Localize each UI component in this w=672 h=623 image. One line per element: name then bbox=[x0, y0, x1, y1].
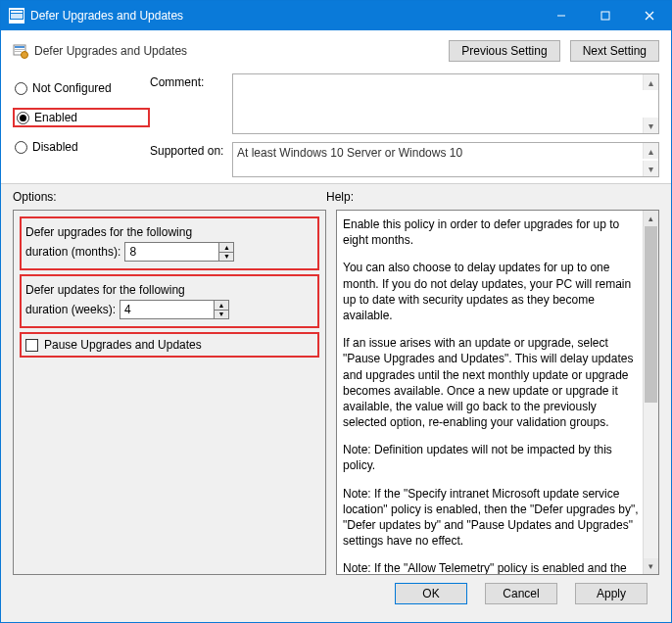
spinner-up-icon[interactable]: ▲ bbox=[219, 243, 233, 253]
scrollbar-thumb[interactable] bbox=[645, 226, 657, 403]
panes: Defer upgrades for the following duratio… bbox=[13, 210, 659, 575]
options-pane: Defer upgrades for the following duratio… bbox=[13, 210, 326, 575]
radio-not-configured[interactable]: Not Configured bbox=[13, 78, 150, 98]
radio-icon bbox=[15, 82, 27, 95]
defer-upgrades-spinner[interactable]: ▲ ▼ bbox=[124, 242, 234, 262]
scroll-down-icon[interactable]: ▾ bbox=[643, 118, 658, 133]
dialog-window: Defer Upgrades and Updates Defer Upgrade… bbox=[0, 0, 672, 623]
svg-rect-2 bbox=[11, 14, 23, 19]
supported-on-textarea: At least Windows 10 Server or Windows 10… bbox=[232, 142, 659, 177]
radio-label: Disabled bbox=[32, 140, 78, 154]
window-controls bbox=[539, 1, 671, 30]
policy-heading: Defer Upgrades and Updates bbox=[34, 44, 439, 58]
scroll-down-icon[interactable]: ▾ bbox=[644, 558, 658, 574]
scroll-down-icon[interactable]: ▾ bbox=[643, 161, 658, 176]
supported-on-value: At least Windows 10 Server or Windows 10 bbox=[237, 146, 462, 160]
svg-rect-4 bbox=[601, 12, 609, 20]
defer-updates-label-2: duration (weeks): bbox=[25, 303, 116, 316]
comment-textarea[interactable]: ▴ ▾ bbox=[232, 73, 659, 134]
defer-upgrades-input[interactable] bbox=[124, 242, 218, 262]
radio-label: Not Configured bbox=[32, 81, 112, 95]
defer-updates-spinner[interactable]: ▲ ▼ bbox=[120, 300, 229, 319]
defer-upgrades-label-1: Defer upgrades for the following bbox=[25, 225, 192, 239]
radio-enabled[interactable]: Enabled bbox=[13, 108, 150, 127]
header-row: Defer Upgrades and Updates Previous Sett… bbox=[13, 40, 659, 62]
help-body: Enable this policy in order to defer upg… bbox=[343, 216, 641, 575]
scrollbar-track[interactable] bbox=[644, 226, 658, 558]
scroll-up-icon[interactable]: ▴ bbox=[644, 211, 658, 226]
maximize-button[interactable] bbox=[583, 1, 627, 30]
spinner-buttons: ▲ ▼ bbox=[218, 242, 234, 262]
scroll-up-icon[interactable]: ▴ bbox=[643, 74, 658, 90]
defer-upgrades-label-2: duration (months): bbox=[25, 245, 120, 259]
window-title: Defer Upgrades and Updates bbox=[30, 9, 539, 23]
defer-updates-label-1: Defer updates for the following bbox=[25, 283, 185, 297]
supported-on-label: Supported on: bbox=[150, 142, 228, 158]
footer: OK Cancel Apply bbox=[13, 575, 659, 614]
help-paragraph: Note: If the "Allow Telemetry" policy is… bbox=[343, 560, 641, 575]
radio-label: Enabled bbox=[34, 111, 77, 124]
svg-rect-8 bbox=[15, 46, 24, 48]
pause-checkbox-row[interactable]: Pause Upgrades and Updates bbox=[25, 338, 313, 352]
radio-disabled[interactable]: Disabled bbox=[13, 137, 150, 157]
app-icon bbox=[9, 8, 24, 24]
next-setting-button[interactable]: Next Setting bbox=[570, 40, 659, 62]
close-button[interactable] bbox=[627, 1, 671, 30]
ok-button[interactable]: OK bbox=[395, 583, 467, 604]
defer-updates-input[interactable] bbox=[120, 300, 214, 319]
apply-button[interactable]: Apply bbox=[575, 583, 648, 604]
options-label: Options: bbox=[13, 190, 326, 204]
scroll-up-icon[interactable]: ▴ bbox=[643, 143, 658, 159]
checkbox-icon bbox=[25, 339, 38, 352]
help-paragraph: Note: If the "Specify intranet Microsoft… bbox=[343, 486, 641, 550]
spinner-down-icon[interactable]: ▼ bbox=[215, 311, 228, 319]
titlebar: Defer Upgrades and Updates bbox=[1, 1, 671, 30]
defer-updates-group: Defer updates for the following duration… bbox=[20, 274, 319, 328]
previous-setting-button[interactable]: Previous Setting bbox=[449, 40, 559, 62]
svg-rect-9 bbox=[15, 49, 24, 50]
svg-rect-1 bbox=[11, 11, 23, 13]
state-options: Not Configured Enabled Disabled bbox=[13, 73, 150, 162]
comment-label: Comment: bbox=[150, 73, 228, 89]
spinner-buttons: ▲ ▼ bbox=[214, 300, 229, 319]
radio-icon bbox=[17, 112, 29, 124]
help-paragraph: You can also choose to delay updates for… bbox=[343, 260, 641, 323]
help-paragraph: If an issue arises with an update or upg… bbox=[343, 335, 641, 430]
spinner-down-icon[interactable]: ▼ bbox=[219, 253, 233, 262]
radio-icon bbox=[15, 141, 27, 154]
policy-icon bbox=[13, 43, 28, 59]
help-paragraph: Note: Definition updates will not be imp… bbox=[343, 442, 641, 473]
state-row: Not Configured Enabled Disabled Comment:… bbox=[13, 73, 659, 177]
help-scrollbar[interactable]: ▴ ▾ bbox=[643, 211, 658, 574]
comment-supported-block: Comment: ▴ ▾ Supported on: At least Wind… bbox=[150, 73, 659, 177]
pause-label: Pause Upgrades and Updates bbox=[44, 338, 202, 352]
help-label: Help: bbox=[326, 190, 659, 204]
svg-point-11 bbox=[22, 52, 28, 59]
spinner-up-icon[interactable]: ▲ bbox=[215, 301, 228, 311]
pane-labels: Options: Help: bbox=[13, 190, 659, 204]
pause-group: Pause Upgrades and Updates bbox=[20, 332, 319, 358]
svg-rect-10 bbox=[15, 51, 22, 52]
top-section: Defer Upgrades and Updates Previous Sett… bbox=[1, 30, 671, 184]
cancel-button[interactable]: Cancel bbox=[485, 583, 557, 604]
help-paragraph: Enable this policy in order to defer upg… bbox=[343, 216, 641, 248]
defer-upgrades-group: Defer upgrades for the following duratio… bbox=[20, 216, 319, 270]
help-pane: Enable this policy in order to defer upg… bbox=[336, 210, 659, 575]
minimize-button[interactable] bbox=[539, 1, 583, 30]
lower-section: Options: Help: Defer upgrades for the fo… bbox=[1, 184, 671, 622]
